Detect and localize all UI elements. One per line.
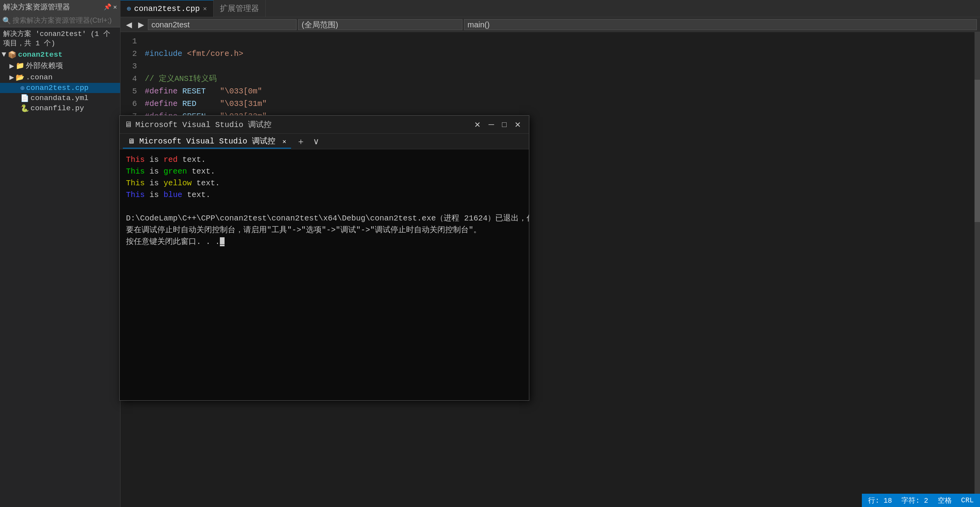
terminal-title: Microsoft Visual Studio 调试控 [135,119,468,130]
terminal-maximize-btn[interactable]: □ [499,119,510,130]
sidebar-title-text: 解决方案资源管理器 [3,2,70,12]
arrow-conan: ▶ [9,72,16,82]
sidebar-search-bar: 🔍 [0,14,120,27]
sidebar: 解决方案资源管理器 📌 ✕ 🔍 解决方案 'conan2test' (1 个项目… [0,0,120,507]
tab-bar: ⊕ conan2test.cpp ✕ 扩展管理器 [120,0,980,17]
sidebar-title-area: 解决方案资源管理器 [3,2,70,12]
tree-item-label: conandata.yml [31,94,88,102]
search-input[interactable] [13,16,118,25]
terminal-output-line-4: This is blue text. [126,189,523,201]
yaml-icon: 📄 [20,94,29,102]
scope-dropdown[interactable]: (全局范围) [298,19,462,30]
terminal-tab-label: Microsoft Visual Studio 调试控 [139,137,275,146]
terminal-tab-icon: 🖥 [128,138,135,145]
tree-item-conan[interactable]: ▶ 📂 .conan [0,72,120,83]
terminal-output-line-7: 要在调试停止时自动关闭控制台，请启用"工具"->"选项"->"调试"->"调试停… [126,224,523,236]
back-btn[interactable]: ◀ [124,19,134,30]
terminal-output-line-1: This is red text. [126,154,523,166]
tree-item-label: .conan [26,73,52,82]
pin-icon[interactable]: 📌 [104,3,111,11]
terminal-output-line-2: This is green text. [126,166,523,177]
terminal-tab-main[interactable]: 🖥 Microsoft Visual Studio 调试控 ✕ [123,134,291,149]
terminal-app-icon: 🖥 [124,120,132,129]
scrollbar-thumb[interactable] [975,80,980,222]
status-char: 字符: 2 [901,496,928,505]
terminal-output-line-8: 按任意键关闭此窗口. . ._ [126,236,523,248]
tree-item-label: conan2test [18,50,63,59]
sidebar-title-buttons: 📌 ✕ [104,3,117,11]
status-line: 行: 18 [868,496,892,505]
terminal-window: 🖥 Microsoft Visual Studio 调试控 ✕ ─ □ ✕ 🖥 … [119,115,529,401]
sidebar-titlebar: 解决方案资源管理器 📌 ✕ [0,0,120,14]
tab-extensions[interactable]: 扩展管理器 [214,0,266,17]
status-bar: 行: 18 字符: 2 空格 CRL [862,494,980,507]
arrow-conan2test: ▼ [2,50,8,59]
cpp-icon: ⊕ [20,84,25,92]
terminal-tab-close[interactable]: ✕ [282,138,286,145]
toolbar: ◀ ▶ conan2test (全局范围) main() [120,17,980,32]
arrow-external-deps: ▶ [9,61,16,71]
search-icon: 🔍 [2,16,11,25]
status-encoding: CRL [961,496,974,504]
tab-label: 扩展管理器 [220,3,259,14]
tree-item-py[interactable]: 🐍 conanfile.py [0,103,120,113]
terminal-dropdown-btn[interactable]: ∨ [311,136,322,147]
close-icon[interactable]: ✕ [113,3,117,11]
status-space: 空格 [938,496,952,505]
tab-label: conan2test.cpp [134,4,200,13]
file-dropdown[interactable]: conan2test [148,19,297,30]
terminal-body: This is red text. This is green text. Th… [120,149,529,400]
tree-item-label: conanfile.py [31,104,84,113]
nav-dropdown[interactable]: main() [464,19,977,30]
terminal-tab-bar: 🖥 Microsoft Visual Studio 调试控 ✕ ＋ ∨ [120,134,529,149]
forward-btn[interactable]: ▶ [136,19,146,30]
tab-cpp-icon: ⊕ [127,4,131,13]
terminal-output-line-3: This is yellow text. [126,177,523,189]
terminal-controls: ✕ ─ □ ✕ [471,119,524,130]
tree-item-label: conan2test.cpp [26,84,89,92]
terminal-minimize-btn[interactable]: ─ [486,119,497,130]
terminal-output-line-5 [126,201,523,213]
terminal-titlebar: 🖥 Microsoft Visual Studio 调试控 ✕ ─ □ ✕ [120,116,529,134]
tab-close-cpp[interactable]: ✕ [203,5,207,13]
folder-icon: 📁 [16,61,24,70]
scrollbar-track[interactable] [975,32,980,507]
tree-container: ▼ 📦 conan2test ▶ 📁 外部依赖项 ▶ 📂 .conan ⊕ co… [0,49,120,113]
terminal-close-tab-btn[interactable]: ✕ [471,119,484,130]
tree-item-yml[interactable]: 📄 conandata.yml [0,93,120,103]
tab-conan2test-cpp[interactable]: ⊕ conan2test.cpp ✕ [120,0,214,17]
scrollbar-area[interactable] [968,32,980,507]
tree-item-external-deps[interactable]: ▶ 📁 外部依赖项 [0,60,120,72]
project-icon: 📦 [8,50,16,59]
tree-item-conan2test[interactable]: ▼ 📦 conan2test [0,49,120,60]
terminal-output-line-6: D:\CodeLamp\C++\CPP\conan2test\conan2tes… [126,213,523,224]
terminal-add-tab[interactable]: ＋ [294,135,307,148]
terminal-close-btn[interactable]: ✕ [511,119,524,130]
solution-label: 解决方案 'conan2test' (1 个项目，共 1 个) [0,27,120,49]
tree-item-label: 外部依赖项 [26,61,63,71]
folder-open-icon: 📂 [16,73,24,82]
tree-item-cpp[interactable]: ⊕ conan2test.cpp [0,83,120,93]
python-icon: 🐍 [20,104,29,113]
